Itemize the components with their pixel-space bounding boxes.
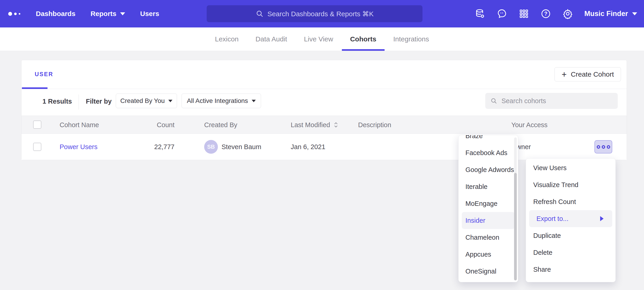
filter-toolbar: 1 Results Filter by Created By You All A… <box>22 89 627 115</box>
project-switcher[interactable]: Music Finder <box>584 10 637 18</box>
nav-users[interactable]: Users <box>140 10 159 18</box>
scrollbar-thumb[interactable] <box>514 173 517 280</box>
tab-user[interactable]: USER <box>35 71 53 78</box>
apps-grid-icon[interactable] <box>519 9 529 19</box>
tab-lexicon[interactable]: Lexicon <box>214 28 239 51</box>
topbar-actions: ? Music Finder <box>475 0 637 28</box>
last-modified-cell: Jan 6, 2021 <box>291 134 326 160</box>
chevron-down-icon <box>632 12 637 15</box>
menu-item-share[interactable]: Share <box>526 261 616 278</box>
created-by-filter-dropdown[interactable]: Created By You <box>116 94 177 108</box>
menu-item-appcues[interactable]: Appcues <box>458 246 518 263</box>
mixpanel-logo-icon[interactable] <box>8 0 20 28</box>
submenu-arrow-icon <box>600 216 604 221</box>
filter-by-label: Filter by <box>86 98 112 105</box>
header-last-modified[interactable]: Last Modified <box>291 116 338 134</box>
tab-cohorts[interactable]: Cohorts <box>349 28 377 51</box>
menu-item-delete[interactable]: Delete <box>526 244 616 261</box>
header-your-access: Your Access <box>511 116 548 134</box>
cohorts-panel: USER + Create Cohort 1 Results Filter by… <box>21 60 627 160</box>
dot-icon <box>607 145 610 149</box>
menu-item-insider[interactable]: Insider <box>462 212 515 229</box>
sort-icon <box>334 122 338 128</box>
header-description: Description <box>358 116 391 134</box>
tab-live-view[interactable]: Live View <box>303 28 334 51</box>
dot-icon <box>602 145 605 149</box>
cohort-type-tabs: USER + Create Cohort <box>22 60 627 89</box>
row-actions-button[interactable] <box>594 140 612 154</box>
search-icon <box>490 97 498 105</box>
menu-item-duplicate[interactable]: Duplicate <box>526 227 616 244</box>
menu-item-chameleon[interactable]: Chameleon <box>458 229 518 246</box>
chevron-down-icon <box>120 12 125 15</box>
creator-name: Steven Baum <box>222 143 261 151</box>
menu-item-facebook-ads[interactable]: Facebook Ads <box>458 144 518 161</box>
settings-gear-icon[interactable] <box>562 9 573 19</box>
menu-item-iterable[interactable]: Iterable <box>458 178 518 195</box>
menu-item-braze[interactable]: Braze <box>458 135 518 144</box>
avatar: SB <box>204 140 218 154</box>
integrations-filter-dropdown[interactable]: All Active Integrations <box>182 94 261 108</box>
plus-icon: + <box>562 70 566 79</box>
cohort-search-field <box>485 93 618 109</box>
menu-item-onesignal[interactable]: OneSignal <box>458 263 518 280</box>
nav-reports[interactable]: Reports <box>90 10 125 18</box>
nav-dashboards[interactable]: Dashboards <box>36 10 75 18</box>
cohort-count: 22,777 <box>145 134 174 160</box>
menu-item-visualize-trend[interactable]: Visualize Trend <box>526 176 616 193</box>
table-header-row: Cohort Name Count Created By Last Modifi… <box>22 115 627 134</box>
cohort-name-link[interactable]: Power Users <box>60 143 98 151</box>
tab-data-audit[interactable]: Data Audit <box>255 28 288 51</box>
header-cohort-name: Cohort Name <box>60 116 99 134</box>
row-checkbox[interactable] <box>33 143 41 151</box>
svg-text:?: ? <box>544 11 548 17</box>
row-context-menu: View Users Visualize Trend Refresh Count… <box>526 158 616 282</box>
feedback-chat-icon[interactable] <box>497 9 507 19</box>
help-icon[interactable]: ? <box>540 9 551 19</box>
data-management-icon[interactable] <box>475 9 485 19</box>
cohort-search-input[interactable] <box>502 97 613 105</box>
results-count: 1 Results <box>42 98 72 105</box>
menu-item-moengage[interactable]: MoEngage <box>458 195 518 212</box>
created-by-cell: SB Steven Baum <box>204 134 261 160</box>
header-created-by: Created By <box>204 116 237 134</box>
menu-item-export-to[interactable]: Export to... <box>529 210 612 227</box>
top-navigation-bar: Dashboards Reports Users Search Dashboar… <box>0 0 644 28</box>
chevron-down-icon <box>252 100 256 102</box>
project-name: Music Finder <box>584 10 628 18</box>
search-icon <box>256 10 264 18</box>
menu-item-view-users[interactable]: View Users <box>526 160 616 176</box>
menu-item-refresh-count[interactable]: Refresh Count <box>526 193 616 210</box>
menu-item-google-adwords[interactable]: Google Adwords <box>458 161 518 178</box>
create-cohort-button[interactable]: + Create Cohort <box>554 67 621 81</box>
global-search-bar[interactable]: Search Dashboards & Reports ⌘K <box>207 5 422 22</box>
header-count: Count <box>145 116 174 134</box>
select-all-checkbox[interactable] <box>33 120 41 129</box>
active-tab-underline <box>22 87 48 89</box>
global-search-placeholder: Search Dashboards & Reports ⌘K <box>268 10 374 18</box>
chevron-down-icon <box>168 100 172 102</box>
table-row: Power Users 22,777 SB Steven Baum Jan 6,… <box>22 134 627 160</box>
export-destinations-menu: Braze Facebook Ads Google Adwords Iterab… <box>458 135 518 282</box>
dot-icon <box>597 145 600 149</box>
divider <box>78 94 79 109</box>
primary-nav: Dashboards Reports Users <box>36 0 159 28</box>
section-tabs: Lexicon Data Audit Live View Cohorts Int… <box>0 28 644 51</box>
tab-integrations[interactable]: Integrations <box>392 28 430 51</box>
